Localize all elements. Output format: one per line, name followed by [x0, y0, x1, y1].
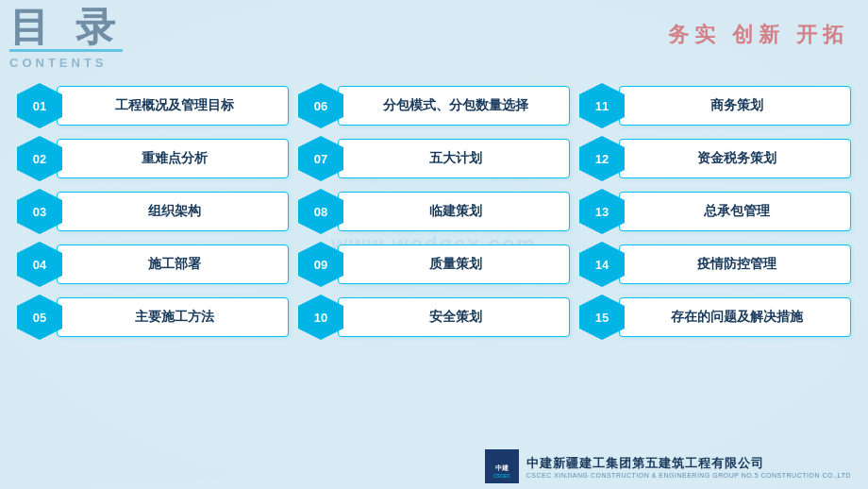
- menu-number-badge: 04: [17, 242, 62, 287]
- menu-item: 02重难点分析: [17, 136, 289, 181]
- menu-item: 11商务策划: [579, 83, 851, 128]
- svg-text:CSCEC: CSCEC: [493, 473, 510, 479]
- menu-number-badge: 14: [579, 242, 625, 287]
- menu-item: 03组织架构: [17, 189, 289, 234]
- menu-number-badge: 12: [579, 136, 625, 181]
- menu-item: 07五大计划: [298, 136, 570, 181]
- menu-label-text[interactable]: 组织架构: [57, 192, 289, 231]
- menu-label-text[interactable]: 重难点分析: [57, 139, 289, 178]
- menu-label-text[interactable]: 分包模式、分包数量选择: [338, 86, 570, 126]
- menu-number-badge: 15: [579, 295, 625, 340]
- menu-label-text[interactable]: 资金税务策划: [619, 139, 851, 178]
- menu-label-text[interactable]: 施工部署: [57, 244, 289, 284]
- menu-number-badge: 11: [579, 83, 625, 128]
- menu-item: 15存在的问题及解决措施: [579, 295, 851, 340]
- main-container: www.wodqcx.com 目 录 CONTENTS 务实 创新 开拓 01工…: [0, 0, 868, 489]
- company-logo: 中建 CSCEC: [485, 449, 519, 483]
- menu-number-badge: 01: [17, 83, 62, 128]
- menu-item: 04施工部署: [17, 242, 289, 287]
- menu-label-text[interactable]: 疫情防控管理: [619, 244, 851, 284]
- menu-number-badge: 13: [579, 189, 625, 234]
- menu-number-badge: 07: [298, 136, 343, 181]
- menu-item: 13总承包管理: [579, 189, 851, 234]
- menu-number-badge: 10: [298, 295, 343, 340]
- menu-number-badge: 05: [17, 295, 62, 340]
- footer: 中建 CSCEC 中建新疆建工集团第五建筑工程有限公司 CSCEC XINJIA…: [485, 449, 851, 483]
- menu-item: 10安全策划: [298, 295, 570, 340]
- menu-label-text[interactable]: 安全策划: [338, 297, 570, 337]
- menu-item: 06分包模式、分包数量选择: [298, 83, 570, 128]
- menu-item: 14疫情防控管理: [579, 242, 851, 287]
- menu-item: 05主要施工方法: [17, 295, 289, 340]
- menu-label-text[interactable]: 五大计划: [338, 139, 570, 178]
- menu-item: 01工程概况及管理目标: [17, 83, 289, 128]
- menu-label-text[interactable]: 总承包管理: [619, 192, 851, 231]
- menu-number-badge: 08: [298, 189, 343, 234]
- company-name-cn: 中建新疆建工集团第五建筑工程有限公司: [526, 455, 851, 472]
- menu-label-text[interactable]: 主要施工方法: [57, 297, 289, 337]
- menu-label-text[interactable]: 工程概况及管理目标: [57, 86, 289, 126]
- menu-number-badge: 02: [17, 136, 62, 181]
- menu-label-text[interactable]: 商务策划: [619, 86, 851, 126]
- svg-text:中建: 中建: [495, 464, 509, 471]
- company-info: 中建新疆建工集团第五建筑工程有限公司 CSCEC XINJIANG CONSTR…: [526, 455, 851, 479]
- menu-item: 09质量策划: [298, 242, 570, 287]
- menu-number-badge: 03: [17, 189, 62, 234]
- menu-item: 08临建策划: [298, 189, 570, 234]
- menu-number-badge: 06: [298, 83, 343, 128]
- menu-label-text[interactable]: 存在的问题及解决措施: [619, 297, 851, 337]
- menu-label-text[interactable]: 质量策划: [338, 244, 570, 284]
- menu-item: 12资金税务策划: [579, 136, 851, 181]
- menu-number-badge: 09: [298, 242, 343, 287]
- content-grid: 01工程概况及管理目标06分包模式、分包数量选择11商务策划02重难点分析07五…: [0, 74, 868, 346]
- company-name-en: CSCEC XINJIANG CONSTRUCTION & ENGINEERIN…: [526, 472, 851, 479]
- menu-label-text[interactable]: 临建策划: [338, 192, 570, 231]
